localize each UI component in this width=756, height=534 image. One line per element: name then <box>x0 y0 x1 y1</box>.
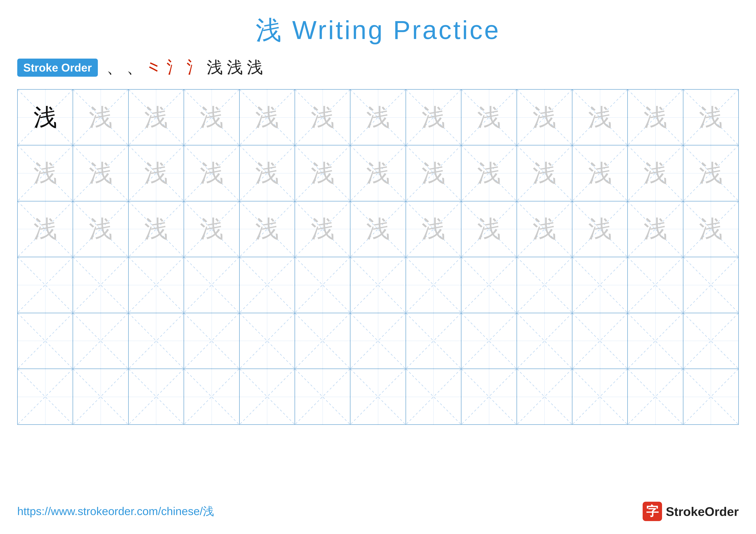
grid-cell[interactable] <box>73 369 128 424</box>
stroke-seq-5: 氵 <box>187 57 203 78</box>
grid-cell[interactable]: 浅 <box>572 145 628 201</box>
grid-cell[interactable]: 浅 <box>73 201 128 257</box>
grid-cell[interactable] <box>517 369 572 424</box>
char-display: 浅 <box>33 161 57 185</box>
grid-cell[interactable]: 浅 <box>406 145 461 201</box>
grid-cell[interactable]: 浅 <box>184 201 239 257</box>
grid-cell[interactable] <box>240 369 295 424</box>
char-display: 浅 <box>643 161 667 185</box>
grid-cell[interactable] <box>572 313 628 369</box>
grid-cell[interactable]: 浅 <box>517 201 572 257</box>
grid-cell[interactable]: 浅 <box>129 145 184 201</box>
grid-cell[interactable] <box>628 257 683 313</box>
grid-cell[interactable]: 浅 <box>406 89 461 145</box>
grid-cell[interactable] <box>240 313 295 369</box>
stroke-seq-7: 浅 <box>227 57 243 78</box>
grid-cell[interactable]: 浅 <box>628 89 683 145</box>
grid-cell[interactable]: 浅 <box>295 89 350 145</box>
char-display: 浅 <box>144 161 168 185</box>
grid-cell[interactable]: 浅 <box>18 145 73 201</box>
grid-cell[interactable] <box>129 369 184 424</box>
grid-cell[interactable] <box>184 257 239 313</box>
grid-cell[interactable]: 浅 <box>184 89 239 145</box>
grid-cell[interactable] <box>350 369 406 424</box>
grid-cell[interactable]: 浅 <box>73 145 128 201</box>
grid-cell[interactable] <box>184 313 239 369</box>
grid-cell[interactable] <box>461 313 517 369</box>
grid-cell[interactable]: 浅 <box>350 201 406 257</box>
char-display: 浅 <box>421 217 445 241</box>
grid-cell[interactable] <box>295 257 350 313</box>
grid-cell[interactable] <box>461 369 517 424</box>
char-display: 浅 <box>588 106 612 129</box>
char-display: 浅 <box>200 217 224 241</box>
grid-cell[interactable]: 浅 <box>572 201 628 257</box>
grid-cell[interactable]: 浅 <box>683 145 738 201</box>
grid-cell[interactable] <box>295 369 350 424</box>
stroke-order-badge: Stroke Order <box>17 59 98 77</box>
grid-cell[interactable] <box>129 313 184 369</box>
grid-cell[interactable] <box>350 313 406 369</box>
grid-cell[interactable] <box>184 369 239 424</box>
char-display: 浅 <box>366 106 390 129</box>
grid-cell[interactable] <box>295 313 350 369</box>
grid-cell[interactable]: 浅 <box>350 145 406 201</box>
grid-cell[interactable]: 浅 <box>683 201 738 257</box>
grid-cell[interactable]: 浅 <box>572 89 628 145</box>
char-display: 浅 <box>477 217 501 241</box>
grid-cell[interactable] <box>517 257 572 313</box>
grid-cell[interactable]: 浅 <box>461 201 517 257</box>
grid-cell[interactable] <box>350 257 406 313</box>
grid-cell[interactable]: 浅 <box>628 201 683 257</box>
grid-cell[interactable]: 浅 <box>683 89 738 145</box>
grid-cell[interactable]: 浅 <box>350 89 406 145</box>
grid-cell[interactable]: 浅 <box>406 201 461 257</box>
grid-cell[interactable]: 浅 <box>461 145 517 201</box>
grid-cell[interactable]: 浅 <box>18 201 73 257</box>
char-display: 浅 <box>421 161 445 185</box>
grid-cell[interactable] <box>683 257 738 313</box>
grid-cell[interactable] <box>129 257 184 313</box>
brand-icon: 字 <box>643 502 662 521</box>
char-display: 浅 <box>366 217 390 241</box>
char-display: 浅 <box>643 106 667 129</box>
grid-cell[interactable] <box>517 313 572 369</box>
grid-cell[interactable] <box>572 369 628 424</box>
grid-cell[interactable]: 浅 <box>240 145 295 201</box>
grid-cell[interactable] <box>628 313 683 369</box>
grid-cell[interactable] <box>683 369 738 424</box>
grid-row-1: 浅 浅 浅 浅 <box>18 89 738 145</box>
grid-cell[interactable] <box>406 369 461 424</box>
grid-cell[interactable] <box>73 257 128 313</box>
grid-cell[interactable]: 浅 <box>517 89 572 145</box>
stroke-sequence: 、 、 ⺀ 氵 氵 浅 浅 浅 <box>106 57 263 78</box>
grid-cell[interactable]: 浅 <box>129 89 184 145</box>
grid-cell[interactable] <box>572 257 628 313</box>
grid-cell[interactable] <box>73 313 128 369</box>
grid-cell[interactable]: 浅 <box>18 89 73 145</box>
grid-cell[interactable] <box>18 257 73 313</box>
grid-cell[interactable] <box>628 369 683 424</box>
grid-cell[interactable]: 浅 <box>129 201 184 257</box>
char-display: 浅 <box>477 106 501 129</box>
grid-cell[interactable]: 浅 <box>295 201 350 257</box>
footer: https://www.strokeorder.com/chinese/浅 字 … <box>17 502 739 521</box>
grid-cell[interactable]: 浅 <box>240 201 295 257</box>
grid-cell[interactable] <box>406 313 461 369</box>
char-display: 浅 <box>532 161 556 185</box>
grid-cell[interactable]: 浅 <box>517 145 572 201</box>
page: 浅 Writing Practice Stroke Order 、 、 ⺀ 氵 … <box>0 0 756 534</box>
grid-cell[interactable]: 浅 <box>461 89 517 145</box>
grid-cell[interactable]: 浅 <box>628 145 683 201</box>
grid-cell[interactable] <box>18 313 73 369</box>
grid-cell[interactable] <box>18 369 73 424</box>
grid-cell[interactable]: 浅 <box>240 89 295 145</box>
grid-cell[interactable]: 浅 <box>73 89 128 145</box>
grid-cell[interactable]: 浅 <box>184 145 239 201</box>
grid-cell[interactable] <box>461 257 517 313</box>
grid-cell[interactable]: 浅 <box>295 145 350 201</box>
grid-cell[interactable] <box>406 257 461 313</box>
grid-cell[interactable] <box>240 257 295 313</box>
char-display: 浅 <box>699 217 723 241</box>
grid-cell[interactable] <box>683 313 738 369</box>
